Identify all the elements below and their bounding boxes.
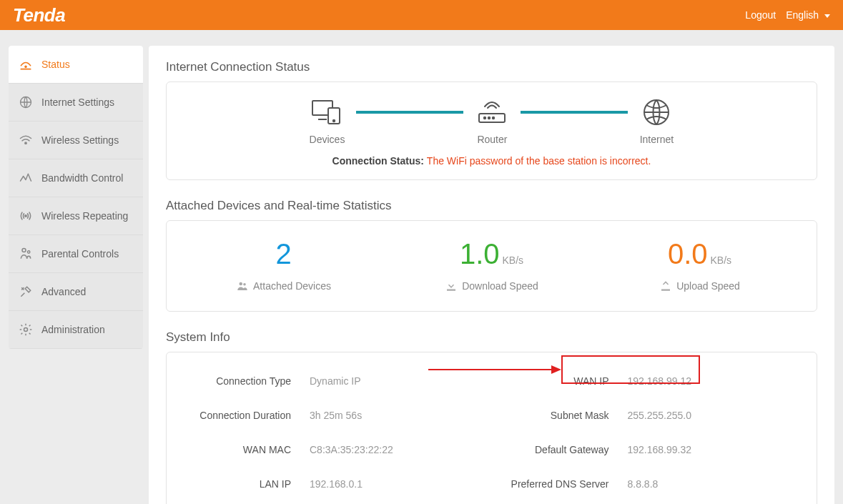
router-icon — [475, 98, 509, 127]
info-pair-preferred-dns: Preferred DNS Server 8.8.8.8 — [492, 467, 810, 501]
info-value: Dynamic IP — [310, 375, 361, 387]
repeating-icon — [19, 209, 33, 223]
sidebar-item-label: Administration — [41, 324, 105, 335]
svg-point-3 — [25, 142, 26, 144]
info-label: Subnet Mask — [492, 410, 628, 421]
stat-attached-devices[interactable]: 2 Attached Devices — [179, 239, 388, 295]
language-selector[interactable]: English — [786, 9, 830, 21]
info-value: 8.8.8.8 — [628, 478, 659, 490]
stat-attached-value: 2 — [275, 238, 291, 270]
sidebar-item-label: Wireless Repeating — [41, 210, 128, 222]
info-row: Connection Duration 3h 25m 56s Subnet Ma… — [174, 398, 809, 433]
caret-down-icon — [824, 14, 830, 18]
language-label: English — [786, 9, 819, 21]
sidebar-item-advanced[interactable]: Advanced — [9, 273, 143, 311]
main-content: Internet Connection Status Devices R — [149, 46, 834, 504]
info-pair-default-gateway: Default Gateway 192.168.99.32 — [492, 433, 810, 467]
svg-point-17 — [243, 283, 246, 286]
sidebar: Status Internet Settings Wireless Settin… — [9, 46, 143, 349]
stats-row: 2 Attached Devices 1.0KB/s Download Spee… — [179, 232, 804, 298]
section-title-connection: Internet Connection Status — [166, 60, 817, 74]
svg-point-6 — [28, 251, 30, 253]
upload-icon — [659, 280, 672, 292]
info-value: 192.168.99.32 — [628, 444, 692, 455]
bandwidth-icon — [19, 171, 33, 185]
gear-icon — [19, 322, 33, 337]
internet-globe-icon — [639, 98, 674, 127]
diagram-node-internet: Internet — [639, 98, 674, 145]
diagram-label-internet: Internet — [640, 134, 674, 145]
stat-up-label: Upload Speed — [676, 280, 740, 292]
info-label: Connection Duration — [174, 410, 310, 421]
info-value: 192.168.99.12 — [628, 375, 692, 387]
sidebar-item-label: Parental Controls — [41, 248, 119, 260]
top-bar: Tenda Logout English — [0, 0, 843, 30]
info-label: Connection Type — [174, 375, 310, 387]
stat-download-speed: 1.0KB/s Download Speed — [388, 239, 596, 295]
tools-icon — [19, 285, 33, 299]
globe-icon — [19, 95, 33, 109]
info-label: Preferred DNS Server — [492, 478, 628, 490]
connection-diagram: Devices Router Internet — [179, 98, 804, 145]
svg-point-13 — [488, 117, 490, 119]
diagram-link-1 — [356, 111, 463, 114]
info-label: Default Gateway — [492, 444, 628, 455]
content-wrap: Status Internet Settings Wireless Settin… — [0, 30, 843, 504]
diagram-label-devices: Devices — [310, 134, 345, 145]
sidebar-item-bandwidth-control[interactable]: Bandwidth Control — [9, 159, 143, 197]
stat-up-unit: KB/s — [711, 255, 732, 266]
svg-point-7 — [24, 328, 28, 332]
info-value: C8:3A:35:23:22:22 — [310, 444, 393, 455]
stat-down-value: 1.0 — [460, 238, 500, 270]
sidebar-item-status[interactable]: Status — [9, 46, 143, 84]
sidebar-item-parental-controls[interactable]: Parental Controls — [9, 235, 143, 273]
status-icon — [19, 57, 33, 71]
stat-down-unit: KB/s — [503, 255, 524, 266]
connection-status-error: The WiFi password of the base station is… — [427, 155, 651, 167]
panel-stats: 2 Attached Devices 1.0KB/s Download Spee… — [166, 220, 817, 312]
diagram-label-router: Router — [477, 134, 507, 145]
info-value: 255.255.255.0 — [628, 410, 692, 421]
sidebar-item-label: Wireless Settings — [41, 134, 119, 146]
download-icon — [445, 280, 458, 292]
sidebar-item-wireless-repeating[interactable]: Wireless Repeating — [9, 197, 143, 235]
info-pair-connection-duration: Connection Duration 3h 25m 56s — [174, 398, 492, 433]
svg-point-5 — [22, 249, 26, 252]
logout-link[interactable]: Logout — [745, 9, 776, 21]
stat-attached-label: Attached Devices — [253, 280, 331, 292]
info-label: WAN IP — [492, 375, 628, 387]
stat-upload-speed: 0.0KB/s Upload Speed — [596, 239, 804, 295]
info-pair-wan-ip: WAN IP 192.168.99.12 — [492, 364, 810, 398]
svg-point-12 — [484, 117, 485, 119]
wifi-icon — [19, 133, 33, 147]
svg-point-16 — [240, 282, 243, 286]
sidebar-item-wireless-settings[interactable]: Wireless Settings — [9, 122, 143, 159]
info-row: WAN MAC C8:3A:35:23:22:22 Default Gatewa… — [174, 433, 809, 467]
sidebar-item-internet-settings[interactable]: Internet Settings — [9, 84, 143, 122]
panel-system-info: Connection Type Dynamic IP WAN IP 192.16… — [166, 352, 817, 504]
svg-point-4 — [25, 215, 26, 217]
sidebar-item-label: Status — [41, 59, 70, 70]
users-icon — [236, 280, 249, 292]
connection-status-text: Connection Status: The WiFi password of … — [179, 155, 804, 167]
info-pair-connection-type: Connection Type Dynamic IP — [174, 364, 492, 398]
info-value: 3h 25m 56s — [310, 410, 362, 421]
info-pair-lan-ip: LAN IP 192.168.0.1 — [174, 467, 492, 501]
panel-connection-status: Devices Router Internet — [166, 81, 817, 180]
info-label: WAN MAC — [174, 444, 310, 455]
info-pair-wan-mac: WAN MAC C8:3A:35:23:22:22 — [174, 433, 492, 467]
svg-point-0 — [25, 66, 26, 67]
svg-point-14 — [493, 117, 494, 119]
diagram-link-2 — [521, 111, 628, 114]
diagram-node-router: Router — [475, 98, 509, 145]
info-label: LAN IP — [174, 478, 310, 490]
info-pair-subnet-mask: Subnet Mask 255.255.255.0 — [492, 398, 810, 433]
sidebar-item-label: Advanced — [41, 286, 86, 297]
svg-point-10 — [333, 120, 335, 122]
stat-up-value: 0.0 — [668, 238, 708, 270]
connection-status-prefix: Connection Status: — [332, 155, 427, 167]
sidebar-item-administration[interactable]: Administration — [9, 311, 143, 349]
stat-down-label: Download Speed — [462, 280, 538, 292]
diagram-node-devices: Devices — [310, 98, 345, 145]
parental-icon — [19, 247, 33, 261]
